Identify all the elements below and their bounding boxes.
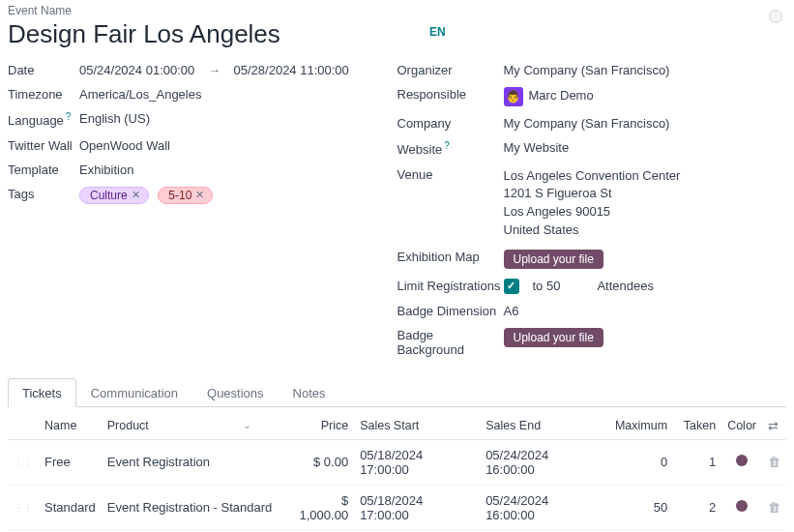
tag-5-10[interactable]: 5-10 ✕ [158,187,213,204]
help-icon[interactable]: ? [444,140,450,151]
tab-notes[interactable]: Notes [279,378,340,407]
tag-remove-icon[interactable]: ✕ [195,189,204,201]
limit-unit: Attendees [597,279,654,293]
event-title[interactable]: Design Fair Los Angeles [8,19,280,49]
responsible-value[interactable]: 👨Marc Demo [504,87,594,106]
template-value[interactable]: Exhibition [79,163,133,177]
cell-sales-start[interactable]: 05/18/2024 17:00:00 [354,439,480,485]
col-sales-end[interactable]: Sales End [480,413,605,440]
drag-handle-icon[interactable]: ⋮⋮ [8,439,39,485]
arrow-right-icon: → [208,63,221,77]
cell-color[interactable] [721,439,762,485]
event-name-label: Event Name [8,4,280,17]
limit-to-value[interactable]: to 50 [533,279,561,293]
company-label: Company [397,116,504,131]
badge-background-label: Badge Background [397,328,504,357]
col-price[interactable]: Price [286,413,354,440]
cell-price[interactable]: $ 0.00 [286,439,354,485]
cell-taken: 1 [673,439,721,485]
col-sales-start[interactable]: Sales Start [354,413,480,440]
date-label: Date [8,63,79,77]
cell-name[interactable]: Standard [39,485,102,530]
col-maximum[interactable]: Maximum [605,413,673,440]
tab-questions[interactable]: Questions [192,378,279,407]
cell-product[interactable]: Event Registration [102,439,286,485]
language-value[interactable]: English (US) [79,111,150,126]
twitter-wall-label: Twitter Wall [8,138,79,153]
twitter-wall-value[interactable]: OpenWood Wall [79,138,170,153]
cell-name[interactable]: Free [39,439,102,485]
help-icon[interactable]: ? [66,111,72,122]
table-row[interactable]: ⋮⋮StandardEvent Registration - Standard$… [8,485,786,530]
col-name[interactable]: Name [39,413,102,440]
delete-row-icon[interactable]: 🗑 [768,500,780,515]
table-row[interactable]: ⋮⋮FreeEvent Registration$ 0.0005/18/2024… [8,439,786,485]
tag-remove-icon[interactable]: ✕ [132,189,140,201]
date-end[interactable]: 05/28/2024 11:00:00 [234,63,349,77]
cell-taken: 2 [673,485,721,530]
timezone-value[interactable]: America/Los_Angeles [79,87,201,102]
cell-sales-start[interactable]: 05/18/2024 17:00:00 [354,485,480,530]
cell-sales-end[interactable]: 05/24/2024 16:00:00 [480,485,605,530]
tab-communication[interactable]: Communication [76,378,192,407]
limit-checkbox[interactable]: ✓ [504,279,519,294]
col-color[interactable]: Color [721,413,762,440]
drag-handle-icon[interactable]: ⋮⋮ [8,485,39,530]
col-product[interactable]: Product ⌄ [102,413,286,440]
tags-label: Tags [8,187,79,201]
tab-tickets[interactable]: Tickets [8,378,76,407]
responsible-label: Responsible [397,87,504,102]
timezone-label: Timezone [8,87,79,102]
upload-badge-background-button[interactable]: Upload your file [504,328,603,347]
avatar: 👨 [504,87,523,106]
cell-maximum[interactable]: 0 [605,439,673,485]
organizer-label: Organizer [397,63,504,77]
table-options-icon[interactable]: ⇄ [768,420,779,433]
cell-sales-end[interactable]: 05/24/2024 16:00:00 [480,439,605,485]
cell-product[interactable]: Event Registration - Standard [102,485,286,530]
lang-badge[interactable]: EN [429,25,446,39]
website-value[interactable]: My Website [504,140,570,155]
website-label: Website? [397,140,504,157]
chevron-down-icon[interactable]: ⌄ [243,419,251,431]
status-indicator [769,10,782,23]
upload-exhibition-map-button[interactable]: Upload your file [504,250,603,269]
company-value[interactable]: My Company (San Francisco) [504,116,670,131]
organizer-value[interactable]: My Company (San Francisco) [504,63,670,77]
date-start[interactable]: 05/24/2024 01:00:00 [79,63,194,77]
tickets-table: Name Product ⌄ Price Sales Start Sales E… [8,413,786,532]
language-label: Language? [8,111,79,128]
badge-dimension-value[interactable]: A6 [504,304,519,318]
badge-dimension-label: Badge Dimension [397,304,504,318]
cell-color[interactable] [721,485,762,530]
color-dot-icon[interactable] [736,455,748,466]
col-taken[interactable]: Taken [673,413,721,440]
cell-maximum[interactable]: 50 [605,485,673,530]
template-label: Template [8,163,79,177]
venue-value[interactable]: Los Angeles Convention Center 1201 S Fig… [504,167,681,240]
tag-culture[interactable]: Culture ✕ [79,187,149,204]
cell-price[interactable]: $ 1,000.00 [286,485,354,530]
delete-row-icon[interactable]: 🗑 [768,455,780,469]
exhibition-map-label: Exhibition Map [397,250,504,264]
limit-registrations-label: Limit Registrations [397,279,504,293]
venue-label: Venue [397,167,504,182]
color-dot-icon[interactable] [736,500,748,512]
